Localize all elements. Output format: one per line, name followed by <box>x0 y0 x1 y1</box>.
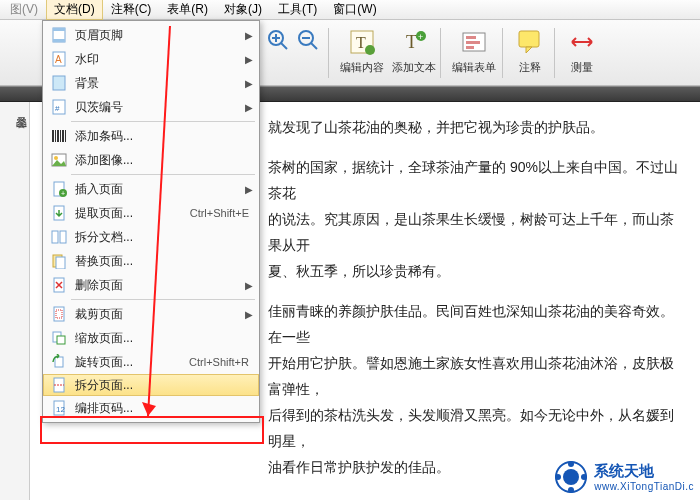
submenu-arrow-icon: ▶ <box>245 78 253 89</box>
replace-page-icon <box>49 252 69 270</box>
watermark-url: www.XiTongTianDi.c <box>594 481 694 492</box>
svg-rect-50 <box>57 336 65 344</box>
menu-item-label: 添加图像... <box>75 152 253 169</box>
svg-text:T: T <box>406 32 417 52</box>
svg-rect-17 <box>466 46 474 49</box>
menu-item[interactable]: 缩放页面... <box>43 326 259 350</box>
bates-icon: # <box>49 98 69 116</box>
menu-item[interactable]: 页眉页脚▶ <box>43 23 259 47</box>
watermark-icon: A <box>49 50 69 68</box>
header-footer-icon <box>49 26 69 44</box>
svg-point-35 <box>54 156 58 160</box>
menu-form[interactable]: 表单(R) <box>159 0 216 20</box>
menu-item-label: 旋转页面... <box>75 354 189 371</box>
svg-rect-16 <box>466 41 480 44</box>
menu-item[interactable]: 12编排页码... <box>43 396 259 420</box>
svg-rect-32 <box>62 130 64 142</box>
watermark-title: 系统天地 <box>594 462 694 481</box>
svg-rect-18 <box>519 31 539 47</box>
menu-object[interactable]: 对象(J) <box>216 0 270 20</box>
menu-item-label: 删除页面 <box>75 277 245 294</box>
annotate-label: 注释 <box>519 60 541 75</box>
paragraph: 佳丽青睐的养颜护肤佳品。民间百姓也深知山茶花油的美容奇效。在一些 开始用它护肤。… <box>268 298 682 480</box>
menu-item-label: 编排页码... <box>75 400 253 417</box>
menu-annotate[interactable]: 注释(C) <box>103 0 160 20</box>
menu-item[interactable]: 替换页面... <box>43 249 259 273</box>
svg-text:#: # <box>55 104 60 113</box>
svg-rect-41 <box>60 231 66 243</box>
menubar: 图(V) 文档(D) 注释(C) 表单(R) 对象(J) 工具(T) 窗口(W) <box>0 0 700 20</box>
menu-item[interactable]: 删除页面▶ <box>43 273 259 297</box>
menu-item[interactable]: 裁剪页面▶ <box>43 302 259 326</box>
side-strip: 容圣品 <box>0 102 30 500</box>
menu-shortcut: Ctrl+Shift+E <box>190 207 249 219</box>
menu-item-label: 页眉页脚 <box>75 27 245 44</box>
submenu-arrow-icon: ▶ <box>245 102 253 113</box>
svg-text:A: A <box>55 54 62 65</box>
split-page-icon <box>49 376 69 394</box>
zoom-in-icon[interactable] <box>266 28 290 52</box>
svg-point-60 <box>581 474 587 480</box>
menu-item[interactable]: 拆分文档... <box>43 225 259 249</box>
menu-item[interactable]: 添加条码... <box>43 124 259 148</box>
crop-page-icon <box>49 305 69 323</box>
svg-rect-33 <box>65 130 66 142</box>
document-menu-dropdown: 页眉页脚▶A水印▶背景▶#贝茨编号▶添加条码...添加图像...+插入页面▶提取… <box>42 20 260 423</box>
svg-rect-28 <box>52 130 54 142</box>
submenu-arrow-icon: ▶ <box>245 184 253 195</box>
menu-window[interactable]: 窗口(W) <box>325 0 384 20</box>
edit-form-icon[interactable] <box>458 26 490 58</box>
annotate-icon[interactable] <box>514 26 546 58</box>
background-icon <box>49 74 69 92</box>
split-doc-icon <box>49 228 69 246</box>
menu-item[interactable]: 添加图像... <box>43 148 259 172</box>
submenu-arrow-icon: ▶ <box>245 30 253 41</box>
menu-item-label: 背景 <box>75 75 245 92</box>
menu-document[interactable]: 文档(D) <box>46 0 103 20</box>
menu-item[interactable]: 提取页面...Ctrl+Shift+E <box>43 201 259 225</box>
scale-page-icon <box>49 329 69 347</box>
edit-content-icon[interactable]: T <box>346 26 378 58</box>
svg-point-59 <box>568 461 574 467</box>
rotate-page-icon <box>49 353 69 371</box>
watermark-logo-icon <box>554 460 588 494</box>
svg-rect-25 <box>53 76 65 90</box>
add-text-icon[interactable]: T+ <box>398 26 430 58</box>
svg-text:12: 12 <box>56 405 65 414</box>
menu-item-label: 贝茨编号 <box>75 99 245 116</box>
svg-text:+: + <box>61 190 65 197</box>
svg-point-61 <box>568 487 574 493</box>
menu-item[interactable]: A水印▶ <box>43 47 259 71</box>
menu-item-label: 添加条码... <box>75 128 253 145</box>
zoom-out-icon[interactable] <box>296 28 320 52</box>
paragraph: 茶树的国家，据统计，全球茶油产量的 90%以上来自中国。不过山茶花 的说法。究其… <box>268 154 682 284</box>
menu-item[interactable]: 旋转页面...Ctrl+Shift+R <box>43 350 259 374</box>
measure-icon[interactable] <box>566 26 598 58</box>
menu-item-label: 提取页面... <box>75 205 190 222</box>
submenu-arrow-icon: ▶ <box>245 309 253 320</box>
menu-item[interactable]: 背景▶ <box>43 71 259 95</box>
menu-tools[interactable]: 工具(T) <box>270 0 325 20</box>
menu-item[interactable]: +插入页面▶ <box>43 177 259 201</box>
svg-rect-51 <box>55 357 63 367</box>
svg-rect-30 <box>57 130 59 142</box>
svg-line-6 <box>311 43 317 49</box>
menu-item-label: 拆分文档... <box>75 229 253 246</box>
svg-rect-29 <box>55 130 56 142</box>
paragraph: 就发现了山茶花油的奥秘，并把它视为珍贵的护肤品。 <box>268 114 682 140</box>
menu-view[interactable]: 图(V) <box>2 0 46 20</box>
document-content: 就发现了山茶花油的奥秘，并把它视为珍贵的护肤品。 茶树的国家，据统计，全球茶油产… <box>256 102 700 500</box>
svg-rect-21 <box>53 28 65 31</box>
menu-item[interactable]: #贝茨编号▶ <box>43 95 259 119</box>
delete-page-icon <box>49 276 69 294</box>
extract-page-icon <box>49 204 69 222</box>
watermark: 系统天地 www.XiTongTianDi.c <box>554 460 694 494</box>
menu-item-label: 水印 <box>75 51 245 68</box>
menu-item[interactable]: 拆分页面... <box>43 374 259 396</box>
edit-form-label: 编辑表单 <box>452 60 496 75</box>
submenu-arrow-icon: ▶ <box>245 54 253 65</box>
svg-rect-43 <box>56 257 65 269</box>
svg-line-2 <box>281 43 287 49</box>
svg-rect-40 <box>52 231 58 243</box>
add-text-label: 添加文本 <box>392 60 436 75</box>
